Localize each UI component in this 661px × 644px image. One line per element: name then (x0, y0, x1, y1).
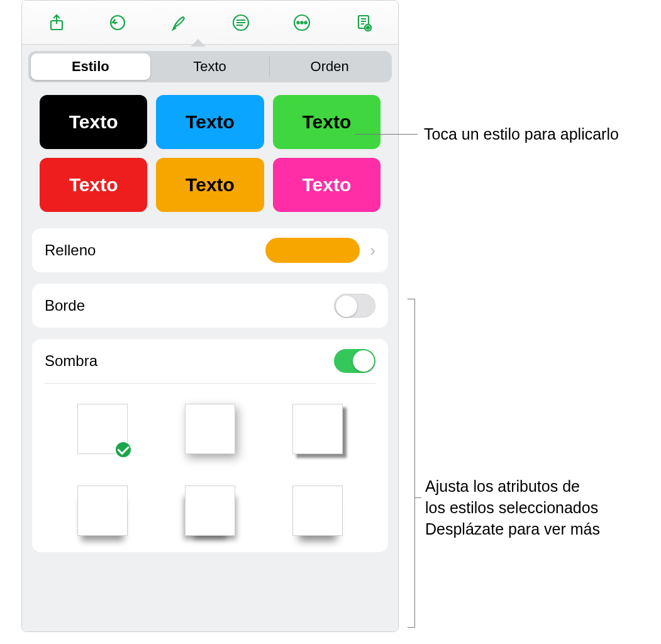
style-preset-black[interactable]: Texto (40, 95, 147, 149)
panel-body: Estilo Texto Orden Texto Texto Texto Tex… (22, 45, 398, 631)
svg-point-4 (297, 21, 299, 23)
tab-text[interactable]: Texto (150, 53, 270, 80)
callout-line-bottom (415, 497, 421, 498)
share-icon[interactable] (44, 10, 69, 35)
callout-line-top (355, 134, 418, 135)
shadow-option-none[interactable] (62, 399, 142, 459)
top-toolbar (22, 1, 398, 45)
callout-bottom-line1: Ajusta los atributos de (425, 476, 600, 497)
fill-row[interactable]: Relleno › (45, 228, 375, 272)
tab-order[interactable]: Orden (270, 53, 389, 80)
format-brush-icon[interactable] (167, 10, 192, 35)
chevron-right-icon: › (370, 241, 375, 260)
fill-color-chip[interactable] (265, 238, 360, 263)
popover-arrow (191, 39, 206, 47)
justify-icon[interactable] (228, 10, 253, 35)
shadow-card: Sombra (32, 339, 388, 552)
border-row: Borde (45, 284, 375, 328)
callout-bottom-line3: Desplázate para ver más (425, 519, 600, 540)
callout-top: Toca un estilo para aplicarlo (424, 124, 619, 145)
callout-bracket (408, 299, 415, 628)
check-icon (114, 441, 132, 458)
svg-point-10 (367, 26, 369, 29)
svg-point-6 (305, 21, 307, 23)
more-icon[interactable] (289, 10, 314, 35)
svg-point-5 (301, 21, 303, 23)
shadow-toggle[interactable] (334, 349, 375, 373)
shadow-option-sharp[interactable] (278, 399, 358, 459)
undo-icon[interactable] (105, 10, 130, 35)
shadow-option-soft[interactable] (170, 399, 250, 459)
callout-bottom-line2: los estilos seleccionados (425, 497, 600, 519)
callout-bottom: Ajusta los atributos de los estilos sele… (425, 476, 600, 540)
border-row-card: Borde (32, 284, 388, 328)
shadow-label: Sombra (45, 352, 334, 370)
tab-style[interactable]: Estilo (31, 53, 150, 80)
shadow-option-below[interactable] (278, 480, 358, 541)
shadow-row: Sombra (45, 339, 375, 383)
style-preset-grid: Texto Texto Texto Texto Texto Texto (28, 95, 392, 212)
fill-label: Relleno (45, 242, 265, 259)
border-label: Borde (45, 297, 334, 314)
style-preset-orange[interactable]: Texto (156, 158, 264, 212)
style-preset-red[interactable]: Texto (40, 158, 147, 212)
border-toggle[interactable] (334, 294, 375, 318)
tab-control: Estilo Texto Orden (28, 51, 392, 82)
shadow-option-curve[interactable] (170, 480, 250, 541)
document-icon[interactable] (351, 10, 376, 35)
shadow-option-contact[interactable] (62, 480, 142, 541)
style-preset-pink[interactable]: Texto (273, 158, 380, 212)
style-preset-green[interactable]: Texto (273, 95, 380, 149)
style-preset-blue[interactable]: Texto (156, 95, 264, 149)
shadow-options-grid (45, 384, 375, 550)
format-panel: Estilo Texto Orden Texto Texto Texto Tex… (21, 0, 399, 632)
fill-row-card: Relleno › (32, 228, 388, 272)
